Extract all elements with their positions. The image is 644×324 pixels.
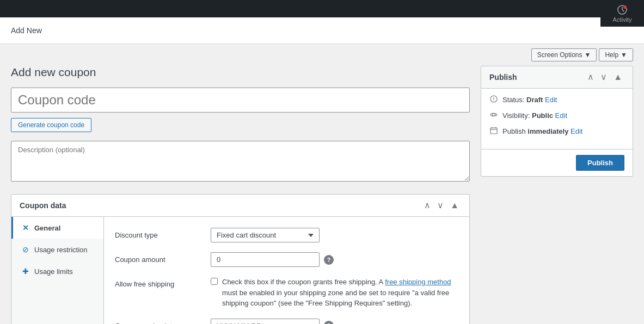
publish-footer: Publish	[481, 149, 633, 176]
nav-item-general[interactable]: ✕ General	[11, 217, 103, 239]
coupon-amount-help-icon[interactable]: ?	[324, 255, 334, 265]
sub-header: Add New	[0, 17, 644, 44]
allow-free-shipping-input-wrap: Check this box if the coupon grants free…	[211, 277, 458, 309]
nav-general-label: General	[34, 224, 60, 232]
coupon-amount-label: Coupon amount	[115, 252, 202, 264]
left-column: Add new coupon Generate coupon code Coup…	[11, 66, 470, 324]
add-new-link[interactable]: Add New	[11, 26, 42, 35]
publish-status-edit[interactable]: Edit	[545, 96, 557, 104]
panel-collapse-down-button[interactable]: ∨	[435, 200, 446, 211]
publish-panel: Publish ∧ ∨ ▲ Status: Draft Edit	[481, 66, 633, 177]
publish-visibility-edit[interactable]: Edit	[555, 111, 567, 120]
publish-time-row: Publish immediately Edit	[489, 127, 624, 136]
coupon-expiry-input[interactable]	[211, 319, 320, 325]
allow-free-shipping-checkbox[interactable]	[211, 278, 218, 285]
coupon-expiry-row: Coupon expiry date ?	[115, 319, 458, 325]
publish-visibility-row: Visibility: Public Edit	[489, 111, 624, 120]
publish-panel-title: Publish	[489, 73, 517, 82]
chevron-down-icon: ▼	[621, 51, 627, 59]
discount-type-row: Discount type Percentage discount Fixed …	[115, 228, 458, 242]
main-content: Add new coupon Generate coupon code Coup…	[0, 66, 644, 324]
activity-button[interactable]: Activity	[600, 0, 644, 27]
discount-type-label: Discount type	[115, 228, 202, 239]
visibility-icon	[489, 111, 498, 120]
top-bar: Activity	[0, 0, 644, 17]
coupon-amount-input[interactable]	[211, 252, 320, 267]
publish-status-text: Status: Draft Edit	[502, 96, 557, 104]
svg-point-1	[623, 5, 627, 9]
right-column: Publish ∧ ∨ ▲ Status: Draft Edit	[481, 66, 633, 177]
calendar-icon	[489, 127, 498, 136]
options-bar: Screen Options ▼ Help ▼	[0, 44, 644, 66]
allow-free-shipping-checkbox-row: Check this box if the coupon grants free…	[211, 277, 458, 309]
coupon-code-input[interactable]	[11, 88, 470, 113]
panel-collapse-up-button[interactable]: ∧	[422, 200, 433, 211]
allow-free-shipping-label: Allow free shipping	[115, 277, 202, 288]
page-title: Add new coupon	[11, 66, 470, 79]
publish-panel-controls: ∧ ∨ ▲	[585, 72, 624, 83]
status-icon	[489, 95, 498, 104]
nav-item-usage-restriction[interactable]: ⊘ Usage restriction	[11, 239, 103, 260]
coupon-fields: Discount type Percentage discount Fixed …	[104, 217, 469, 324]
general-icon: ✕	[21, 223, 30, 232]
discount-type-input-wrap: Percentage discount Fixed cart discount …	[211, 228, 458, 242]
free-shipping-method-link[interactable]: free shipping method	[385, 278, 451, 286]
svg-point-5	[493, 114, 495, 116]
nav-usage-restriction-label: Usage restriction	[34, 246, 88, 254]
help-button[interactable]: Help ▼	[599, 48, 633, 61]
publish-collapse-down-button[interactable]: ∨	[598, 72, 609, 83]
coupon-data-panel: Coupon data ∧ ∨ ▲ ✕ General ⊘ Usage re	[11, 194, 470, 324]
coupon-nav: ✕ General ⊘ Usage restriction ✚ Usage li…	[11, 217, 104, 324]
svg-point-4	[493, 100, 494, 101]
allow-free-shipping-text: Check this box if the coupon grants free…	[222, 277, 458, 309]
publish-time-text: Publish immediately Edit	[502, 127, 582, 135]
publish-body: Status: Draft Edit Visibility: Public Ed…	[481, 89, 633, 149]
panel-header: Coupon data ∧ ∨ ▲	[11, 195, 469, 217]
nav-usage-limits-label: Usage limits	[34, 267, 73, 276]
usage-limits-icon: ✚	[21, 267, 30, 276]
panel-controls: ∧ ∨ ▲	[422, 200, 461, 211]
activity-icon	[617, 4, 628, 15]
chevron-down-icon: ▼	[585, 51, 591, 59]
screen-options-button[interactable]: Screen Options ▼	[531, 48, 597, 61]
panel-body: ✕ General ⊘ Usage restriction ✚ Usage li…	[11, 217, 469, 324]
coupon-amount-row: Coupon amount ?	[115, 252, 458, 267]
nav-item-usage-limits[interactable]: ✚ Usage limits	[11, 260, 103, 282]
generate-coupon-button[interactable]: Generate coupon code	[11, 118, 91, 132]
publish-status-row: Status: Draft Edit	[489, 95, 624, 104]
coupon-expiry-label: Coupon expiry date	[115, 319, 202, 325]
svg-rect-6	[490, 128, 497, 134]
coupon-expiry-input-wrap: ?	[211, 319, 458, 325]
coupon-amount-input-wrap: ?	[211, 252, 458, 267]
description-textarea[interactable]	[11, 141, 470, 182]
publish-button[interactable]: Publish	[576, 155, 624, 171]
publish-collapse-up-button[interactable]: ∧	[585, 72, 596, 83]
publish-visibility-text: Visibility: Public Edit	[502, 111, 567, 120]
coupon-expiry-help-icon[interactable]: ?	[324, 321, 334, 324]
panel-toggle-button[interactable]: ▲	[448, 200, 461, 211]
activity-label: Activity	[613, 16, 632, 23]
usage-restriction-icon: ⊘	[21, 245, 30, 254]
allow-free-shipping-row: Allow free shipping Check this box if th…	[115, 277, 458, 309]
publish-header: Publish ∧ ∨ ▲	[481, 66, 633, 89]
publish-toggle-button[interactable]: ▲	[611, 72, 624, 83]
publish-time-edit[interactable]: Edit	[571, 127, 582, 135]
coupon-data-panel-title: Coupon data	[20, 201, 66, 210]
discount-type-select[interactable]: Percentage discount Fixed cart discount …	[211, 228, 320, 242]
